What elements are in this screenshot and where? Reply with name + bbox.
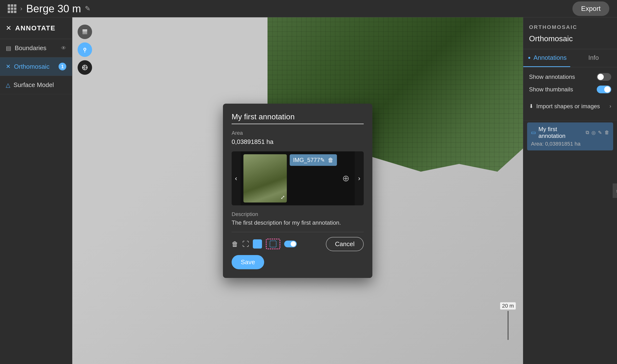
orthomosaic-icon: ✕ bbox=[6, 63, 11, 70]
annotation-list-item: ▭ My first annotation ⧉ ◎ ✎ 🗑 Area: 0,03… bbox=[527, 122, 613, 150]
annotation-item-actions: ⧉ ◎ ✎ 🗑 bbox=[586, 130, 609, 135]
annotation-item-header: ▭ My first annotation ⧉ ◎ ✎ 🗑 bbox=[531, 126, 609, 139]
thumbnail-image bbox=[244, 154, 287, 203]
right-sidebar-category: ORTHOMOSAIC bbox=[523, 17, 617, 34]
right-sidebar: ORTHOMOSAIC Orthomosaic Annotations Info… bbox=[523, 17, 617, 364]
delete-annotation-icon[interactable]: 🗑 bbox=[604, 130, 609, 135]
gallery-prev-button[interactable]: ‹ bbox=[231, 151, 241, 205]
right-tabs: Annotations Info bbox=[523, 49, 617, 67]
gallery-add-button[interactable]: ⊕ bbox=[340, 154, 352, 203]
sidebar-item-boundaries[interactable]: ▤ Boundaries 👁 bbox=[0, 39, 72, 57]
visibility-toggle[interactable] bbox=[284, 241, 297, 247]
breadcrumb-chevron: › bbox=[20, 5, 22, 12]
description-label: Description bbox=[231, 211, 364, 217]
show-thumbnails-row: Show thumbnails bbox=[529, 86, 611, 93]
show-annotations-row: Show annotations bbox=[529, 73, 611, 81]
gallery-next-button[interactable]: › bbox=[355, 151, 364, 205]
annotate-title: ANNOTATE bbox=[15, 24, 55, 32]
import-icon: ⬇ bbox=[529, 103, 533, 109]
edit-title-icon[interactable]: ✎ bbox=[85, 5, 90, 13]
toggle-thumb bbox=[291, 241, 296, 247]
show-annotations-toggle[interactable] bbox=[597, 73, 611, 81]
gallery-filename: IMG_5777 ✎ 🗑 bbox=[290, 154, 337, 166]
edit-annotation-icon[interactable]: ✎ bbox=[598, 130, 602, 135]
import-chevron-icon: › bbox=[610, 103, 611, 109]
color-picker-box[interactable] bbox=[253, 239, 262, 248]
svg-rect-6 bbox=[270, 241, 276, 247]
tab-info-label: Info bbox=[588, 54, 599, 62]
grid-icon[interactable] bbox=[8, 4, 16, 13]
annotation-title-input[interactable] bbox=[231, 112, 364, 124]
boundaries-icon: ▤ bbox=[6, 45, 11, 52]
delete-annotation-icon[interactable]: 🗑 bbox=[231, 240, 238, 248]
delete-filename-icon[interactable]: 🗑 bbox=[328, 157, 334, 163]
surface-model-label: Surface Model bbox=[13, 81, 66, 89]
area-value: 0,03891851 ha bbox=[231, 138, 364, 146]
import-shapes-button[interactable]: ⬇ Import shapes or images › bbox=[529, 98, 611, 115]
close-annotate-icon[interactable]: ✕ bbox=[6, 24, 11, 32]
dotted-selection-box[interactable] bbox=[266, 239, 280, 249]
show-annotations-toggle-thumb bbox=[597, 74, 604, 80]
sidebar-item-surface-model[interactable]: △ Surface Model bbox=[0, 76, 72, 94]
sidebar-item-orthomosaic[interactable]: ✕ Orthomosaic 1 bbox=[0, 57, 72, 76]
main-layout: ✕ ANNOTATE ▤ Boundaries 👁 ✕ Orthomosaic … bbox=[0, 17, 617, 364]
boundaries-label: Boundaries bbox=[15, 44, 58, 52]
annotation-shape-icon: ▭ bbox=[531, 130, 536, 136]
tab-info[interactable]: Info bbox=[570, 49, 617, 67]
filename-actions: ✎ 🗑 bbox=[320, 157, 334, 163]
surface-model-icon: △ bbox=[6, 82, 10, 89]
topbar: › Berge 30 m ✎ Export bbox=[0, 0, 617, 17]
gallery-main: ‹ ⤢ IMG_5777 ✎ bbox=[231, 151, 364, 205]
show-thumbnails-toggle[interactable] bbox=[597, 86, 611, 93]
gallery-content: ⤢ IMG_5777 ✎ 🗑 bbox=[241, 151, 355, 205]
show-annotations-label: Show annotations bbox=[529, 74, 575, 80]
modal-divider bbox=[231, 232, 364, 232]
description-value: The first description for my first annot… bbox=[231, 219, 364, 226]
topbar-left: › Berge 30 m ✎ bbox=[8, 3, 572, 15]
filename-label: IMG_5777 bbox=[293, 157, 320, 163]
collapse-sidebar-button[interactable]: › bbox=[613, 183, 617, 198]
export-button[interactable]: Export bbox=[572, 1, 609, 16]
modal-overlay: Area 0,03891851 ha ‹ ⤢ I bbox=[72, 17, 523, 364]
settings-section: Show annotations Show thumbnails ⬇ Impor… bbox=[523, 67, 617, 120]
svg-point-7 bbox=[528, 57, 530, 59]
annotation-modal: Area 0,03891851 ha ‹ ⤢ I bbox=[223, 104, 372, 278]
area-label: Area bbox=[231, 130, 364, 136]
gallery-file-info: IMG_5777 ✎ 🗑 bbox=[290, 154, 337, 203]
project-title: Berge 30 m bbox=[26, 3, 81, 15]
annotation-item-area: Area: 0,03891851 ha bbox=[531, 141, 609, 147]
locate-annotation-icon[interactable]: ◎ bbox=[591, 130, 596, 135]
boundaries-eye-icon[interactable]: 👁 bbox=[61, 45, 66, 51]
copy-annotation-icon[interactable]: ⧉ bbox=[586, 130, 589, 135]
image-gallery: ‹ ⤢ IMG_5777 ✎ bbox=[231, 151, 364, 205]
tab-annotations-label: Annotations bbox=[534, 54, 567, 62]
expand-icon[interactable]: ⤢ bbox=[281, 194, 285, 201]
modal-toolbar: 🗑 ⛶ Cancel Save bbox=[231, 237, 364, 269]
show-thumbnails-toggle-thumb bbox=[604, 86, 610, 92]
right-sidebar-name: Orthomosaic bbox=[523, 34, 617, 49]
orthomosaic-badge: 1 bbox=[59, 63, 66, 70]
cancel-button[interactable]: Cancel bbox=[326, 237, 364, 251]
import-label: Import shapes or images bbox=[536, 103, 600, 110]
annotation-item-name: My first annotation bbox=[539, 126, 583, 139]
edit-filename-icon[interactable]: ✎ bbox=[320, 157, 325, 163]
show-thumbnails-label: Show thumbnails bbox=[529, 86, 573, 93]
transform-icon[interactable]: ⛶ bbox=[242, 240, 249, 248]
save-button[interactable]: Save bbox=[231, 255, 264, 269]
tab-annotations[interactable]: Annotations bbox=[523, 49, 570, 67]
gallery-thumbnail: ⤢ bbox=[244, 154, 287, 203]
orthomosaic-label: Orthomosaic bbox=[14, 63, 55, 70]
left-sidebar: ✕ ANNOTATE ▤ Boundaries 👁 ✕ Orthomosaic … bbox=[0, 17, 72, 364]
map-area[interactable]: 20 m Area 0,03891851 ha ‹ bbox=[72, 17, 523, 364]
annotate-header: ✕ ANNOTATE bbox=[0, 17, 72, 39]
